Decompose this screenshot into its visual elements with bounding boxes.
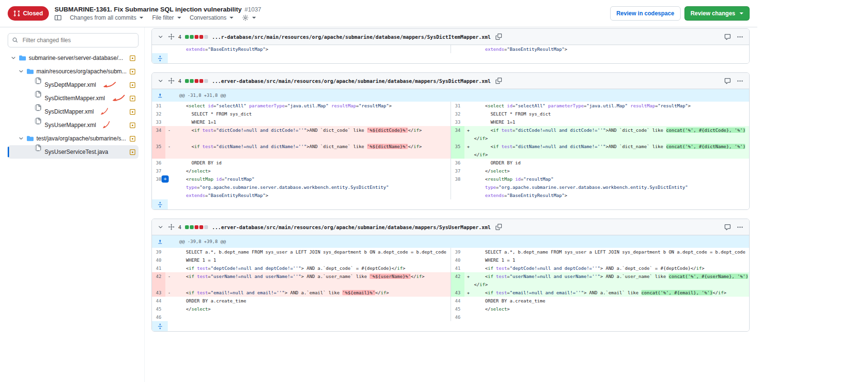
diff-sign: [464, 264, 472, 272]
file-filter-dropdown[interactable]: File filter: [152, 14, 181, 21]
line-number[interactable]: 46: [152, 313, 165, 321]
tree-folder-row[interactable]: submarine-server/server-database/...: [8, 51, 139, 65]
copy-path-button[interactable]: [495, 33, 503, 41]
tree-file-row[interactable]: SysUserServiceTest.java: [8, 145, 139, 159]
line-number[interactable]: 43: [152, 289, 165, 297]
changed-lines-count: 4: [178, 78, 181, 84]
tree-file-row[interactable]: SysDictItemMapper.xml: [8, 92, 139, 105]
line-number[interactable]: 34: [152, 126, 165, 142]
toggle-file-tree-button[interactable]: [55, 14, 61, 21]
file-path-link[interactable]: ...r-database/src/main/resources/org/apa…: [212, 34, 491, 40]
diff-side: 35+ <if test="dictName!=null and dictNam…: [451, 142, 749, 159]
file-path-link[interactable]: ...erver-database/src/main/resources/org…: [212, 224, 491, 230]
line-number[interactable]: 32: [451, 110, 464, 118]
diff-settings-gear-button[interactable]: [242, 14, 256, 21]
line-number[interactable]: 36: [451, 159, 464, 167]
line-number[interactable]: 39: [152, 248, 165, 256]
expand-hunk-button[interactable]: [152, 89, 168, 102]
line-number[interactable]: 32: [152, 110, 165, 118]
tree-folder-row[interactable]: test/java/org/apache/submarine/s...: [8, 132, 139, 145]
diff-side: 36 ORDER BY id: [152, 159, 451, 167]
comment-on-file-button[interactable]: [723, 77, 732, 85]
line-number[interactable]: 41: [451, 264, 464, 272]
line-number[interactable]: 31: [152, 102, 165, 110]
file-icon: [35, 117, 42, 125]
diff-side: 33 WHERE 1=1: [451, 118, 749, 126]
line-number[interactable]: 37: [152, 167, 165, 175]
expand-down-button[interactable]: [152, 53, 168, 63]
file-menu-kebab-button[interactable]: [736, 77, 744, 85]
file-icon: [35, 144, 42, 151]
line-number[interactable]: 36: [152, 159, 165, 167]
diff-line-row: 33 WHERE 1=133 WHERE 1=1: [152, 118, 749, 126]
line-number[interactable]: 40: [152, 256, 165, 264]
modified-file-icon: [129, 149, 136, 155]
file-menu-kebab-button[interactable]: [736, 33, 744, 41]
line-number[interactable]: 44: [152, 297, 165, 305]
line-number[interactable]: 41: [152, 264, 165, 272]
line-number[interactable]: 40: [451, 256, 464, 264]
expand-down-button[interactable]: [152, 199, 168, 209]
copy-path-button[interactable]: [495, 223, 503, 231]
diff-sign: -: [165, 142, 173, 159]
drag-handle-icon[interactable]: [168, 78, 174, 84]
search-icon: [12, 37, 18, 43]
line-number[interactable]: 44: [451, 297, 464, 305]
collapse-file-chevron-icon[interactable]: [157, 33, 164, 41]
comment-on-file-button[interactable]: [723, 33, 732, 41]
pr-state-badge: Closed: [8, 6, 49, 21]
code-line: </select>: [173, 305, 451, 313]
line-number[interactable]: [451, 45, 464, 53]
line-number[interactable]: 42: [152, 272, 165, 289]
collapse-file-chevron-icon[interactable]: [157, 77, 164, 85]
file-menu-kebab-button[interactable]: [736, 223, 744, 232]
line-number[interactable]: 33: [152, 118, 165, 126]
diff-sign: [464, 256, 472, 264]
line-number[interactable]: 38: [451, 175, 464, 199]
line-number[interactable]: 42: [451, 272, 464, 289]
tree-file-row[interactable]: SysUserMapper.xml: [8, 118, 139, 132]
review-changes-button[interactable]: Review changes: [684, 6, 750, 21]
line-number[interactable]: 35: [152, 142, 165, 159]
expand-hunk-button[interactable]: [152, 235, 168, 248]
code-line: <if test="dictCode!=null and dictCode!='…: [173, 126, 451, 142]
line-number[interactable]: 45: [152, 305, 165, 313]
line-number[interactable]: 45: [451, 305, 464, 313]
drag-handle-icon[interactable]: [168, 224, 174, 230]
diff-line-row: +38 <resultMap id="resultMap" type="org.…: [152, 175, 749, 199]
annotation-arrow: [100, 120, 112, 130]
line-number[interactable]: 35: [451, 142, 464, 159]
line-number[interactable]: 46: [451, 313, 464, 321]
changes-from-dropdown[interactable]: Changes from all commits: [70, 14, 144, 21]
diff-toolbar: Changes from all commits File filter Con…: [55, 14, 604, 21]
line-number[interactable]: 33: [451, 118, 464, 126]
line-number[interactable]: 31: [451, 102, 464, 110]
diff-side: 31 <select id="selectAll" parameterType=…: [152, 102, 451, 110]
line-number[interactable]: 34: [451, 126, 464, 142]
expand-down-button[interactable]: [152, 321, 168, 331]
diff-side: 38 <resultMap id="resultMap" type="org.a…: [451, 175, 749, 199]
line-number[interactable]: 39: [451, 248, 464, 256]
add-line-comment-button[interactable]: +: [162, 175, 169, 183]
diff-file-header: 4 ...r-database/src/main/resources/org/a…: [152, 29, 749, 45]
diff-sign: [165, 256, 173, 264]
line-number[interactable]: 37: [451, 167, 464, 175]
filter-files-input[interactable]: [8, 33, 139, 47]
drag-handle-icon[interactable]: [168, 34, 174, 40]
file-path-link[interactable]: ...erver-database/src/main/resources/org…: [212, 78, 491, 84]
line-number[interactable]: 43: [451, 289, 464, 297]
comment-on-file-button[interactable]: [723, 223, 732, 232]
copy-path-button[interactable]: [495, 77, 503, 85]
diff-line-row: 41 <if test="deptCode!=null and deptCode…: [152, 264, 749, 272]
review-in-codespace-button[interactable]: Review in codespace: [610, 6, 681, 21]
line-number[interactable]: +38: [152, 175, 165, 199]
line-number[interactable]: [152, 45, 165, 53]
diff-side: 33 WHERE 1=1: [152, 118, 451, 126]
tree-folder-row[interactable]: main/resources/org/apache/subm...: [8, 65, 139, 78]
collapse-file-chevron-icon[interactable]: [157, 223, 164, 231]
conversations-dropdown[interactable]: Conversations: [190, 14, 234, 21]
diff-sign: [165, 45, 173, 53]
tree-file-row[interactable]: SysDeptMapper.xml: [8, 78, 139, 92]
tree-file-row[interactable]: SysDictMapper.xml: [8, 105, 139, 118]
code-line: <if test="dictName!=null and dictName!='…: [472, 142, 749, 159]
